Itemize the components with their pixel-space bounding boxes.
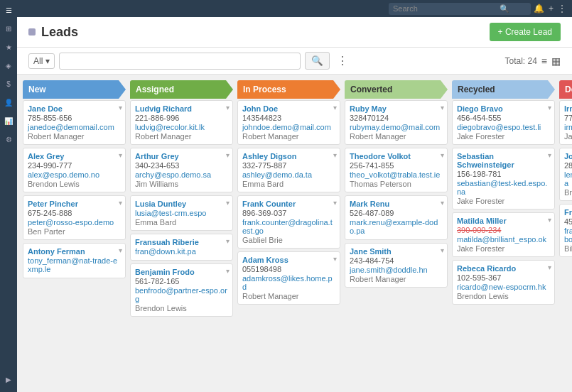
- create-lead-button[interactable]: + Create Lead: [490, 23, 561, 41]
- card-name[interactable]: Ludvig Richard: [135, 104, 228, 113]
- card-email[interactable]: jane.smith@doddle.hn: [350, 266, 443, 274]
- card-email[interactable]: matilda@brilliant_espo.ok: [457, 235, 550, 244]
- table-row[interactable]: ▾Theodore Volkot256-741-855theo_volkot@t…: [345, 148, 448, 192]
- card-menu-icon[interactable]: ▾: [548, 151, 551, 159]
- table-row[interactable]: ▾Ruby May328470124rubymay.demo@mail.comR…: [345, 100, 448, 145]
- card-email[interactable]: peter@rosso-espo.demo: [28, 218, 121, 227]
- card-name[interactable]: John Doe: [242, 104, 335, 113]
- search-input[interactable]: [59, 53, 301, 70]
- card-email[interactable]: theo_volkot@trabla.test.ie: [350, 170, 443, 179]
- card-name[interactable]: Matilda Miller: [457, 217, 550, 225]
- card-name[interactable]: Arthur Grey: [135, 152, 228, 160]
- card-email[interactable]: ricardo@new-espocrm.hk: [457, 283, 550, 291]
- chart-view-icon[interactable]: ▦: [551, 55, 561, 67]
- table-row[interactable]: ▾Fransuah Riberiefran@down.kit.pa: [130, 234, 233, 261]
- card-name[interactable]: Jane Doe: [28, 104, 121, 113]
- table-row[interactable]: ▾Matilda Miller390-000-234matilda@brilli…: [452, 212, 555, 257]
- card-name[interactable]: Ashley Digson: [242, 152, 335, 160]
- card-menu-icon[interactable]: ▾: [226, 104, 230, 111]
- card-menu-icon[interactable]: ▾: [548, 104, 551, 111]
- card-menu-icon[interactable]: ▾: [548, 216, 551, 224]
- card-email[interactable]: benfrodo@partner-espo.org: [135, 286, 228, 303]
- card-email[interactable]: adamkross@likes.home.pd: [242, 274, 335, 291]
- more-options-button[interactable]: ⋮: [334, 53, 351, 69]
- card-name[interactable]: Antony Ferman: [28, 247, 121, 256]
- card-menu-icon[interactable]: ▾: [548, 263, 551, 271]
- table-row[interactable]: ▾Lusia Duntleylusia@test-crm.espoEmma Ba…: [130, 195, 233, 231]
- card-menu-icon[interactable]: ▾: [333, 104, 337, 111]
- table-row[interactable]: ▾Irma Green774-224-756irma@lotto.lot.koJ…: [559, 100, 572, 145]
- card-name[interactable]: Benjamin Frodo: [135, 268, 228, 276]
- sidebar-icon-money[interactable]: $: [1, 77, 16, 91]
- card-name[interactable]: Sebastian Schweinsteiger: [457, 152, 550, 169]
- sidebar-icon-expand[interactable]: ▶: [1, 372, 16, 386]
- card-menu-icon[interactable]: ▾: [441, 104, 444, 111]
- card-name[interactable]: Lusia Duntley: [135, 200, 228, 208]
- table-row[interactable]: ▾Peter Pincher675-245-888peter@rosso-esp…: [23, 195, 126, 240]
- sidebar-icon-menu[interactable]: ☰: [1, 3, 16, 17]
- card-menu-icon[interactable]: ▾: [119, 104, 122, 111]
- card-name[interactable]: Peter Pincher: [28, 200, 121, 208]
- card-name[interactable]: Irma Green: [564, 104, 572, 113]
- card-name[interactable]: Mark Renu: [350, 200, 443, 208]
- sidebar-icon-settings[interactable]: ⚙: [1, 132, 16, 146]
- sidebar-icon-chart[interactable]: 📊: [1, 114, 16, 128]
- card-email[interactable]: diegobravo@espo.test.li: [457, 123, 550, 131]
- card-email[interactable]: sebastian@test-ked.espo.na: [457, 179, 550, 196]
- card-email[interactable]: frank.counter@dragolina.test.go: [242, 218, 335, 235]
- table-row[interactable]: ▾Ashley Digson332-775-887ashley@demo.da.…: [237, 148, 340, 192]
- card-name[interactable]: Rebeca Ricardo: [457, 264, 550, 273]
- card-name[interactable]: Adam Kross: [242, 256, 335, 264]
- table-row[interactable]: ▾Adam Kross055198498adamkross@likes.home…: [237, 251, 340, 305]
- sidebar-icon-grid[interactable]: ⊞: [1, 21, 16, 36]
- card-menu-icon[interactable]: ▾: [119, 151, 122, 159]
- table-row[interactable]: ▾John Lennon285-783-543lennon@bingo-espo…: [559, 148, 572, 201]
- add-icon[interactable]: +: [549, 4, 554, 13]
- sidebar-icon-activity[interactable]: ◈: [1, 58, 16, 72]
- card-email[interactable]: alex@espo.demo.no: [28, 170, 121, 179]
- card-menu-icon[interactable]: ▾: [226, 151, 230, 159]
- card-name[interactable]: Ruby May: [350, 104, 443, 113]
- card-name[interactable]: John Lennon: [564, 152, 572, 160]
- table-row[interactable]: ▾Benjamin Frodo561-782-165benfrodo@partn…: [130, 263, 233, 317]
- more-options-icon[interactable]: ⋮: [558, 4, 566, 13]
- card-email[interactable]: johndoe.demo@mail.com: [242, 123, 335, 131]
- table-row[interactable]: ▾Diego Bravo456-454-555diegobravo@espo.t…: [452, 100, 555, 145]
- card-menu-icon[interactable]: ▾: [441, 151, 444, 159]
- card-email[interactable]: frank_zuckerman@paron.boo: [564, 227, 572, 244]
- card-email[interactable]: rubymay.demo@mail.com: [350, 123, 443, 131]
- card-name[interactable]: Diego Bravo: [457, 104, 550, 113]
- table-row[interactable]: ▾Alex Grey234-990-777alex@espo.demo.noBr…: [23, 148, 126, 192]
- card-menu-icon[interactable]: ▾: [333, 255, 337, 263]
- sidebar-icon-people[interactable]: 👤: [1, 95, 16, 109]
- table-row[interactable]: ▾Jane Smith243-484-754jane.smith@doddle.…: [345, 243, 448, 288]
- table-row[interactable]: ▾Mark Renu526-487-089mark.renu@example-d…: [345, 195, 448, 240]
- table-row[interactable]: ▾Arthur Grey340-234-653archy@espo.demo.s…: [130, 148, 233, 192]
- card-name[interactable]: Frank Zuckerman: [564, 208, 572, 217]
- sidebar-icon-star[interactable]: ★: [1, 40, 16, 54]
- card-menu-icon[interactable]: ▾: [226, 199, 230, 207]
- card-menu-icon[interactable]: ▾: [226, 267, 230, 275]
- card-menu-icon[interactable]: ▾: [119, 246, 122, 254]
- search-button[interactable]: 🔍: [305, 52, 330, 70]
- card-email[interactable]: janedoe@demomail.com: [28, 123, 121, 131]
- global-search-icon[interactable]: 🔍: [500, 4, 509, 13]
- card-email[interactable]: fran@down.kit.pa: [135, 247, 228, 256]
- card-email[interactable]: lennon@bingo-espocrm.da: [564, 170, 572, 187]
- table-row[interactable]: ▾Rebeca Ricardo102-595-367ricardo@new-es…: [452, 260, 555, 305]
- table-row[interactable]: ▾Sebastian Schweinsteiger156-198-781seba…: [452, 148, 555, 209]
- card-menu-icon[interactable]: ▾: [119, 199, 122, 207]
- card-email[interactable]: ludvig@recolor.kit.lk: [135, 123, 228, 131]
- card-name[interactable]: Theodore Volkot: [350, 152, 443, 160]
- card-email[interactable]: ashley@demo.da.ta: [242, 170, 335, 179]
- card-name[interactable]: Alex Grey: [28, 152, 121, 160]
- card-email[interactable]: irma@lotto.lot.ko: [564, 123, 572, 131]
- card-email[interactable]: lusia@test-crm.espo: [135, 209, 228, 217]
- card-email[interactable]: mark.renu@example-dodo.pa: [350, 218, 443, 235]
- table-row[interactable]: ▾Jane Doe785-855-656janedoe@demomail.com…: [23, 100, 126, 145]
- global-search-box[interactable]: 🔍: [389, 3, 531, 15]
- table-row[interactable]: ▾Frank Zuckerman456-564-897frank_zuckerm…: [559, 204, 572, 257]
- card-menu-icon[interactable]: ▾: [441, 246, 444, 254]
- card-name[interactable]: Fransuah Riberie: [135, 238, 228, 246]
- card-menu-icon[interactable]: ▾: [333, 151, 337, 159]
